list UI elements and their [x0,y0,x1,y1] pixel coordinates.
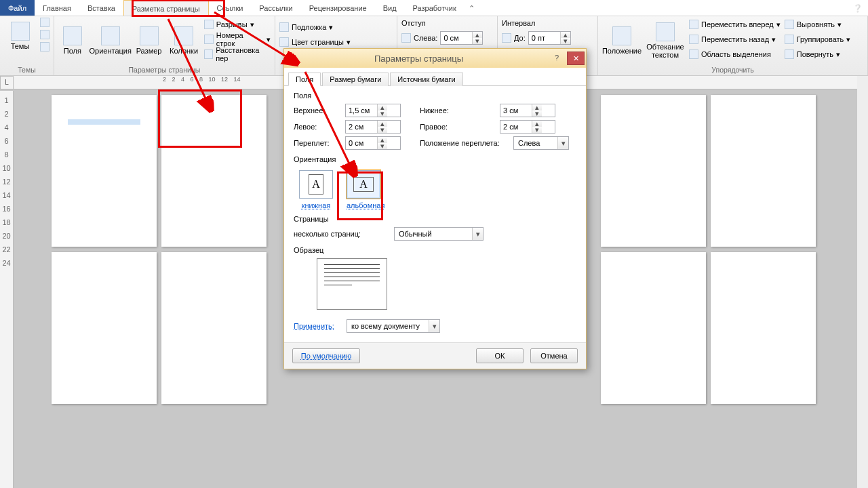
margin-right-input[interactable] [500,123,532,131]
breaks-button[interactable]: Разрывы ▾ [204,18,271,31]
vertical-ruler[interactable]: 124681012141618202224 [0,91,14,488]
indent-left-spinner[interactable]: ▴▾ [440,31,483,45]
margin-top-input[interactable] [346,106,377,115]
margin-left-input[interactable] [346,123,377,131]
hyphenation-button[interactable]: Расстановка пер [204,47,271,61]
tab-developer[interactable]: Разработчик [405,0,465,16]
orientation-label: Ориентация [90,47,132,55]
position-button[interactable]: Положение [602,24,642,55]
chevron-down-icon[interactable]: ▾ [429,320,439,332]
cancel-button[interactable]: Отмена [530,348,578,363]
breaks-label: Разрывы [216,20,248,28]
themes-label: Темы [11,42,30,50]
group-themes-title: Темы [4,66,50,75]
pane-icon [689,49,698,59]
watermark-button[interactable]: Подложка ▾ [279,20,393,34]
tab-references[interactable]: Ссылки [209,0,252,16]
orientation-landscape[interactable]: A альбомная [347,170,384,209]
dialog-title: Параметры страницы [290,54,548,64]
page-5[interactable] [52,252,157,404]
chevron-down-icon[interactable]: ▾ [472,228,483,240]
gutter-input[interactable] [346,139,377,147]
align-button[interactable]: Выровнять ▾ [785,18,851,31]
gutter-pos-combo[interactable]: Слева▾ [513,136,569,150]
wrap-text-button[interactable]: Обтекание текстом [646,20,685,59]
dialog-tab-margins[interactable]: Поля [288,73,321,86]
columns-button[interactable]: Колонки [167,24,199,55]
margin-top-spinner[interactable]: ▴▾ [345,104,401,117]
tab-review[interactable]: Рецензирование [301,0,375,16]
bring-forward-button[interactable]: Переместить вперед ▾ [689,18,781,31]
line-numbers-icon [204,35,214,44]
forward-icon [689,20,698,29]
line-numbers-button[interactable]: Номера строк ▾ [204,33,271,46]
theme-fonts-icon[interactable] [40,30,50,39]
backward-label: Переместить назад [701,35,769,43]
gutter-spinner[interactable]: ▴▾ [345,136,401,150]
tab-view[interactable]: Вид [375,0,405,16]
dialog-footer: По умолчанию ОК Отмена [284,342,586,369]
margin-bottom-spinner[interactable]: ▴▾ [500,104,555,117]
size-icon [140,26,159,45]
default-button[interactable]: По умолчанию [292,348,360,363]
margins-title: Поля [294,92,576,100]
page-6[interactable] [161,252,267,404]
page-2[interactable] [161,95,267,247]
tab-home[interactable]: Главная [35,0,79,16]
margins-button[interactable]: Поля [58,24,87,55]
dialog-close-icon[interactable]: ✕ [567,52,585,65]
tab-page-layout[interactable]: Разметка страницы [123,0,209,16]
size-label: Размер [136,47,162,55]
spacing-before-input[interactable] [529,34,560,42]
align-label: Выровнять [797,20,835,28]
text-selection [68,119,140,125]
theme-effects-icon[interactable] [40,42,50,52]
ribbon-minimize-icon[interactable]: ⌃ [465,0,479,16]
dialog-titlebar[interactable]: Параметры страницы ? ✕ [284,49,586,68]
page-8[interactable] [711,252,816,404]
landscape-icon: A [353,177,374,192]
orientation-portrait[interactable]: A книжная [299,170,333,209]
tab-insert[interactable]: Вставка [79,0,123,16]
ok-button[interactable]: ОК [476,348,524,363]
indent-left-input[interactable] [441,34,472,42]
theme-colors-icon[interactable] [40,18,50,27]
landscape-label: альбомная [347,201,384,209]
gutter-pos-label: Положение переплета: [420,139,508,147]
margin-bottom-input[interactable] [500,106,532,115]
multi-pages-combo[interactable]: Обычный▾ [394,227,484,241]
page-7[interactable] [601,252,706,404]
group-objects-button[interactable]: Группировать ▾ [785,33,851,46]
margin-right-spinner[interactable]: ▴▾ [500,120,555,134]
chevron-down-icon[interactable]: ▾ [557,137,568,149]
sample-section: Образец [294,246,576,310]
breaks-icon [204,20,214,29]
tab-file[interactable]: Файл [0,0,35,16]
page-1[interactable] [52,95,157,247]
spin-down-icon[interactable]: ▾ [561,38,570,44]
spacing-before-spinner[interactable]: ▴▾ [528,31,571,45]
gutter-pos-value: Слева [514,139,557,147]
help-icon[interactable]: ❔ [848,0,868,16]
apply-to-combo[interactable]: ко всему документу▾ [347,319,440,333]
pane-label: Область выделения [701,50,771,58]
spin-down-icon[interactable]: ▾ [473,38,482,44]
page-color-button[interactable]: Цвет страницы ▾ [279,35,393,49]
selection-pane-button[interactable]: Область выделения [689,47,781,61]
dialog-tab-paper[interactable]: Размер бумаги [322,73,389,86]
margin-left-spinner[interactable]: ▴▾ [345,120,401,134]
size-button[interactable]: Размер [134,24,164,55]
group-arrange: Положение Обтекание текстом Переместить … [598,16,868,75]
rotate-button[interactable]: Повернуть ▾ [785,47,851,61]
vertical-scrollbar[interactable] [857,76,868,488]
tab-mailings[interactable]: Рассылки [251,0,300,16]
page-4[interactable] [711,95,816,247]
dialog-help-icon[interactable]: ? [548,52,566,65]
columns-label: Колонки [170,47,198,55]
themes-button[interactable]: Темы [4,19,36,50]
ruler-corner[interactable]: L [0,76,14,89]
orientation-button[interactable]: Ориентация [91,24,130,55]
send-backward-button[interactable]: Переместить назад ▾ [689,33,781,46]
page-3[interactable] [601,95,706,247]
dialog-tab-source[interactable]: Источник бумаги [390,73,462,86]
